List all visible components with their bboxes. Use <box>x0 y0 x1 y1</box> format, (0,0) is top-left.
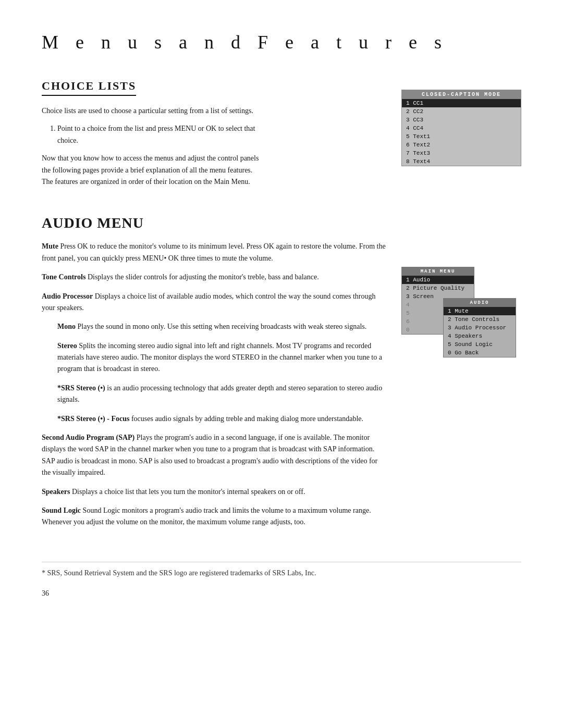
tone-controls-para: Tone Controls Displays the slider contro… <box>42 272 386 283</box>
srs-stereo-focus-para: *SRS Stereo (•) - Focus focuses audio si… <box>57 413 386 425</box>
speakers-para: Speakers Displays a choice list that let… <box>42 486 386 498</box>
cc-item-6: 6 Text2 <box>402 141 521 149</box>
main-menu-header: MAIN MENU <box>402 267 474 276</box>
audio-item-1: 1 Mute <box>444 307 516 315</box>
srs-stereo-text: is an audio processing technology that a… <box>57 384 382 403</box>
footnote: * SRS, Sound Retrieval System and the SR… <box>42 562 521 579</box>
srs-stereo-term: *SRS Stereo (•) <box>57 384 105 392</box>
audio-item-2: 2 Tone Controls <box>444 315 516 324</box>
stereo-text: Splits the incoming stereo audio signal … <box>57 342 382 373</box>
tone-controls-text: Displays the slider controls for adjusti… <box>88 273 319 281</box>
stereo-para: Stereo Splits the incoming stereo audio … <box>57 340 386 375</box>
choice-lists-para2: Now that you know how to access the menu… <box>42 153 261 188</box>
audio-item-4: 4 Speakers <box>444 332 516 340</box>
main-menu-item-2: 2 Picture Quality <box>402 284 474 292</box>
stereo-term: Stereo <box>57 342 77 350</box>
srs-stereo-focus-term: *SRS Stereo (•) - Focus <box>57 415 129 423</box>
footnote-text: * SRS, Sound Retrieval System and the SR… <box>42 567 521 579</box>
page-number: 36 <box>42 589 521 598</box>
page-title: M e n u s a n d F e a t u r e s <box>42 31 521 53</box>
cc-item-4: 4 CC4 <box>402 124 521 132</box>
closed-caption-menu: CLOSED-CAPTION MODE 1 CC1 2 CC2 3 CC3 4 … <box>401 90 521 166</box>
audio-processor-para: Audio Processor Displays a choice list o… <box>42 291 386 314</box>
srs-stereo-focus-text: focuses audio signals by adding treble a… <box>131 415 363 423</box>
speakers-term: Speakers <box>42 488 70 496</box>
mute-text: Press OK to reduce the monitor's volume … <box>42 242 386 262</box>
mute-para: Mute Press OK to reduce the monitor's vo… <box>42 241 386 264</box>
sound-logic-text: Sound Logic monitors a program's audio t… <box>42 507 371 526</box>
audio-item-5: 5 Sound Logic <box>444 340 516 349</box>
sap-term: Second Audio Program (SAP) <box>42 434 134 441</box>
main-menu-item-1: 1 Audio <box>402 276 474 284</box>
srs-stereo-para: *SRS Stereo (•) is an audio processing t… <box>57 382 386 406</box>
cc-item-8: 8 Text4 <box>402 157 521 166</box>
mono-text: Plays the sound in mono only. Use this s… <box>78 323 367 330</box>
closed-caption-header: CLOSED-CAPTION MODE <box>402 90 521 99</box>
audio-submenu-header: AUDIO <box>444 299 516 307</box>
audio-item-0: 0 Go Back <box>444 349 516 357</box>
sound-logic-para: Sound Logic Sound Logic monitors a progr… <box>42 505 386 528</box>
audio-item-3: 3 Audio Processor <box>444 324 516 332</box>
audio-menu-heading: AUDIO MENU <box>42 215 386 231</box>
nested-menu-display: MAIN MENU 1 Audio 2 Picture Quality 3 Sc… <box>401 267 516 335</box>
choice-lists-para1: Choice lists are used to choose a partic… <box>42 105 261 117</box>
sound-logic-term: Sound Logic <box>42 507 81 514</box>
speakers-text: Displays a choice list that lets you tur… <box>72 488 305 496</box>
mute-term: Mute <box>42 242 58 250</box>
cc-item-1: 1 CC1 <box>402 99 521 107</box>
choice-lists-heading: CHOICE LISTS <box>42 79 136 96</box>
cc-item-7: 7 Text3 <box>402 149 521 157</box>
choice-lists-step1: Point to a choice from the list and pres… <box>57 123 276 146</box>
cc-item-3: 3 CC3 <box>402 116 521 124</box>
cc-item-5: 5 Text1 <box>402 132 521 141</box>
cc-item-2: 2 CC2 <box>402 107 521 116</box>
mono-term: Mono <box>57 323 76 330</box>
tone-controls-term: Tone Controls <box>42 273 85 281</box>
mono-para: Mono Plays the sound in mono only. Use t… <box>57 321 386 332</box>
audio-submenu-box: AUDIO 1 Mute 2 Tone Controls 3 Audio Pro… <box>443 298 516 357</box>
audio-processor-term: Audio Processor <box>42 292 93 300</box>
sap-para: Second Audio Program (SAP) Plays the pro… <box>42 432 386 479</box>
